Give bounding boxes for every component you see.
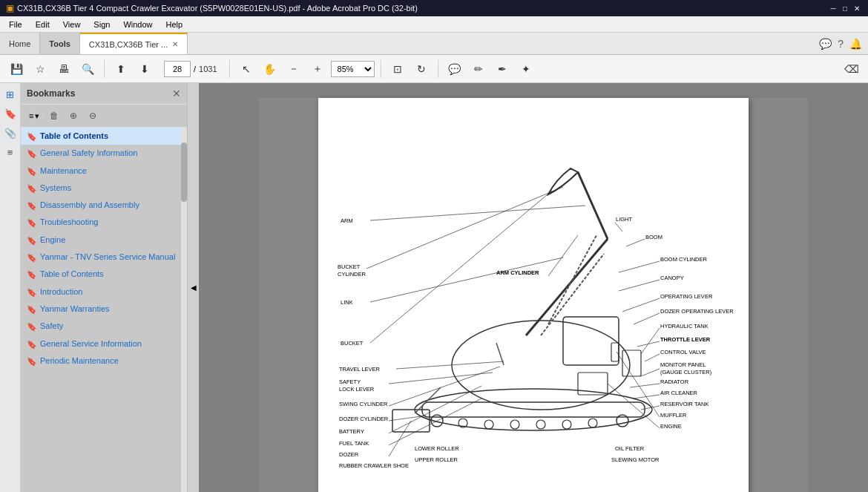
zoom-select[interactable]: 50% 75% 85% 100% 125% 150% 200% [331,61,375,77]
prev-page-button[interactable]: ⬆ [111,59,131,79]
title-bar: ▣ CX31B,CX36B Tier 4 Compact Crawler Exc… [0,0,868,16]
svg-text:DOZER CYLINDER: DOZER CYLINDER [339,416,389,422]
bookmark-view-dropdown[interactable]: ≡ ▾ [25,111,43,122]
bookmark-delete-button[interactable]: 🗑 [46,108,62,124]
menu-window[interactable]: Window [117,19,158,30]
rotate-button[interactable]: ↻ [411,59,432,79]
search-button[interactable]: 🔍 [77,59,98,79]
svg-text:ENGINE: ENGINE [660,423,682,430]
svg-text:FUEL TANK: FUEL TANK [339,440,369,447]
zoom-out-button[interactable]: － [283,59,304,79]
bookmark-item-disassembly[interactable]: 🔖 Disassembly and Assembly [21,197,181,214]
bookmark-item-intro[interactable]: 🔖 Introduction [21,283,181,301]
svg-line-30 [619,280,660,291]
bookmark-label-intro: Introduction [40,286,175,297]
print-button[interactable]: 🖶 [53,59,74,79]
draw-button[interactable]: ✒ [492,59,513,79]
highlight-button[interactable]: ✏ [468,59,489,79]
bookmark-icon-safety2: 🔖 [27,321,37,332]
maximize-button[interactable]: □ [840,3,850,13]
bookmark-item-safety[interactable]: 🔖 General Safety Information [21,145,181,162]
select-tool-button[interactable]: ↖ [236,59,257,79]
comment-button[interactable]: 💬 [444,59,465,79]
bookmarks-panel: Bookmarks ✕ ≡ ▾ 🗑 ⊕ ⊖ 🔖 Table of Content… [21,83,187,492]
nav-icon-pages[interactable]: ⊞ [2,86,19,102]
svg-line-60 [370,258,563,302]
bookmark-icon-toc: 🔖 [27,131,37,142]
minimize-button[interactable]: ─ [828,3,838,13]
tab-home[interactable]: Home [0,33,40,54]
tab-close-icon[interactable]: ✕ [172,40,178,48]
tab-bar: Home Tools CX31B,CX36B Tier ... ✕ 💬 ? 🔔 [0,33,868,55]
nav-icon-attachments[interactable]: 📎 [2,125,19,141]
svg-line-47 [634,395,660,398]
bookmark-item-toc2[interactable]: 🔖 Table of Contents [21,266,181,283]
svg-line-53 [608,384,660,428]
svg-text:SWING CYLINDER: SWING CYLINDER [339,401,388,407]
bookmark-item-toc[interactable]: 🔖 Table of Contents [21,128,181,145]
bookmark-item-gsi[interactable]: 🔖 General Service Information [21,335,181,352]
panel-collapse-button[interactable]: ◀ [187,83,199,492]
bookmark-button[interactable]: ☆ [30,59,50,79]
svg-text:LIGHT: LIGHT [616,216,633,223]
next-page-button[interactable]: ⬇ [134,59,155,79]
bookmark-expand-button[interactable]: ⊕ [65,108,82,124]
save-button[interactable]: 💾 [6,59,27,79]
menu-edit[interactable]: Edit [30,19,56,30]
bookmark-item-maintenance[interactable]: 🔖 Maintenance [21,163,181,180]
svg-text:OPERATING LEVER: OPERATING LEVER [660,293,713,300]
window-controls[interactable]: ─ □ ✕ [828,3,862,13]
tab-tools[interactable]: Tools [40,33,80,54]
svg-line-40 [645,354,660,361]
bookmark-item-engine[interactable]: 🔖 Engine [21,232,181,249]
page-number-input[interactable] [164,61,191,77]
hand-tool-button[interactable]: ✋ [260,59,280,79]
bookmarks-scrollbar[interactable] [181,128,187,492]
svg-line-69 [389,367,500,406]
svg-text:BATTERY: BATTERY [339,428,364,435]
bookmark-item-yanmar[interactable]: 🔖 Yanmar - TNV Series Service Manual [21,249,181,266]
close-button[interactable]: ✕ [852,3,862,13]
fit-button[interactable]: ⊡ [387,59,408,79]
left-grey-area [259,98,318,492]
svg-line-36 [641,328,660,354]
bookmarks-list: 🔖 Table of Contents 🔖 General Safety Inf… [21,128,181,492]
tab-document[interactable]: CX31B,CX36B Tier ... ✕ [80,33,188,54]
tab-tools-label: Tools [49,39,70,48]
svg-text:MUFFLER: MUFFLER [660,412,687,419]
bookmark-label-toc: Table of Contents [40,131,175,141]
notification-icon[interactable]: 🔔 [849,38,862,50]
bookmark-item-troubleshooting[interactable]: 🔖 Troubleshooting [21,214,181,231]
nav-icon-bookmarks[interactable]: 🔖 [2,105,19,122]
zoom-in-button[interactable]: ＋ [307,59,328,79]
bookmark-icon-intro: 🔖 [27,287,37,298]
eraser-button[interactable]: ⌫ [841,59,862,79]
bookmarks-scroll-thumb[interactable] [181,142,187,202]
svg-point-15 [562,420,571,429]
svg-text:BUCKET: BUCKET [341,340,364,347]
nav-icon-layers[interactable]: ≡ [2,144,19,160]
bookmark-collapse-button[interactable]: ⊖ [85,108,101,124]
chat-icon[interactable]: 💬 [819,38,832,50]
stamp-button[interactable]: ✦ [516,59,536,79]
document-area[interactable]: ARM CYLINDER LIGHT BOOM BOOM CYLINDER CA… [199,83,868,492]
menu-file[interactable]: File [3,19,28,30]
bookmark-item-periodic[interactable]: 🔖 Periodic Maintenance [21,352,181,370]
menu-help[interactable]: Help [160,19,189,30]
svg-text:ARM: ARM [341,217,353,224]
menu-sign[interactable]: Sign [88,19,116,30]
bookmark-icon-periodic: 🔖 [27,356,37,367]
bookmarks-close-icon[interactable]: ✕ [172,88,181,99]
left-wrapper: ⊞ 🔖 📎 ≡ Bookmarks ✕ ≡ ▾ 🗑 ⊕ ⊖ [0,83,187,492]
svg-line-64 [396,361,504,369]
bookmark-item-safety2[interactable]: 🔖 Safety [21,318,181,335]
svg-text:(GAUGE CLUSTER): (GAUGE CLUSTER) [660,369,712,375]
menu-view[interactable]: View [57,19,87,30]
bookmark-item-systems[interactable]: 🔖 Systems [21,180,181,197]
bookmark-icon-disassembly: 🔖 [27,200,37,211]
help-icon[interactable]: ? [838,38,844,50]
svg-text:DOZER: DOZER [339,451,359,458]
svg-text:CONTROL VALVE: CONTROL VALVE [660,349,706,355]
bookmark-item-warranties[interactable]: 🔖 Yanmar Warranties [21,301,181,318]
svg-text:LOCK LEVER: LOCK LEVER [339,386,375,393]
